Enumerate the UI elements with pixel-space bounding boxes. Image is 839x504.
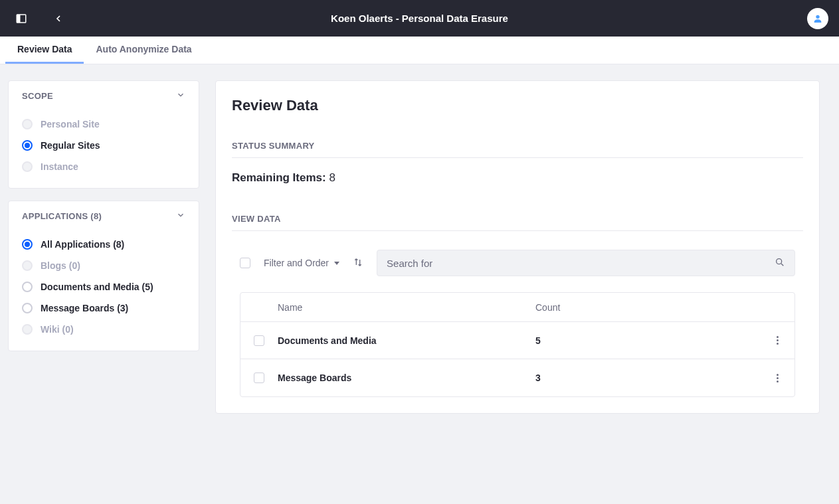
applications-item-blogs[interactable]: Blogs (0) [22, 255, 185, 276]
radio-icon [22, 239, 33, 250]
applications-item-all[interactable]: All Applications (8) [22, 234, 185, 255]
col-name-header: Name [278, 302, 535, 313]
radio-label: Wiki (0) [41, 324, 74, 335]
svg-point-2 [816, 15, 819, 18]
table-header: Name Count [240, 293, 794, 322]
search-input[interactable] [387, 258, 775, 269]
applications-item-documents[interactable]: Documents and Media (5) [22, 276, 185, 297]
topbar-right [807, 8, 828, 29]
scope-item-personal-site[interactable]: Personal Site [22, 114, 185, 135]
remaining-label: Remaining Items: [232, 171, 326, 184]
scope-panel-header[interactable]: SCOPE [9, 81, 199, 111]
filter-order-button[interactable]: Filter and Order [264, 258, 339, 268]
radio-icon [22, 119, 33, 129]
applications-title: APPLICATIONS (8) [22, 211, 102, 221]
remaining-items: Remaining Items: 8 [232, 171, 803, 185]
applications-item-wiki[interactable]: Wiki (0) [22, 319, 185, 340]
row-name: Documents and Media [278, 335, 535, 346]
caret-down-icon [334, 262, 339, 265]
radio-icon [22, 260, 33, 271]
tab-auto-anonymize[interactable]: Auto Anonymize Data [84, 37, 203, 64]
tabs: Review Data Auto Anonymize Data [0, 37, 839, 64]
sidebar-toggle-icon[interactable] [11, 8, 32, 29]
row-name: Message Boards [278, 373, 535, 383]
applications-panel: APPLICATIONS (8) All Applications (8) Bl… [8, 201, 199, 351]
toolbar: Filter and Order [240, 250, 795, 276]
kebab-icon[interactable] [774, 333, 781, 347]
back-icon[interactable] [48, 8, 69, 29]
radio-label: Personal Site [41, 119, 100, 129]
status-summary-title: STATUS SUMMARY [232, 141, 803, 158]
row-count: 3 [535, 373, 761, 383]
sort-icon[interactable] [353, 257, 363, 270]
svg-line-4 [781, 264, 783, 266]
main-heading: Review Data [232, 97, 803, 114]
tab-review-data[interactable]: Review Data [5, 37, 84, 64]
chevron-down-icon [176, 90, 185, 102]
radio-icon [22, 140, 33, 151]
row-actions [761, 371, 781, 385]
remaining-value: 8 [329, 171, 335, 184]
svg-point-3 [777, 258, 782, 264]
radio-label: All Applications (8) [41, 239, 124, 250]
radio-label: Instance [41, 161, 78, 172]
radio-label: Blogs (0) [41, 260, 80, 271]
data-table: Name Count Documents and Media 5 Message… [240, 292, 795, 397]
row-check [254, 373, 278, 383]
col-count-header: Count [535, 302, 761, 313]
topbar: Koen Olaerts - Personal Data Erasure [0, 0, 839, 37]
chevron-down-icon [176, 210, 185, 222]
row-checkbox[interactable] [254, 335, 264, 346]
row-check [254, 335, 278, 346]
radio-icon [22, 303, 33, 313]
row-count: 5 [535, 335, 761, 346]
select-all-checkbox[interactable] [240, 258, 250, 268]
applications-panel-header[interactable]: APPLICATIONS (8) [9, 201, 199, 231]
radio-icon [22, 324, 33, 335]
radio-label: Message Boards (3) [41, 303, 128, 313]
search-wrap [377, 250, 795, 276]
content: SCOPE Personal Site Regular Sites Instan… [0, 64, 839, 430]
avatar[interactable] [807, 8, 828, 29]
radio-icon [22, 161, 33, 172]
scope-item-regular-sites[interactable]: Regular Sites [22, 135, 185, 156]
view-data-title: VIEW DATA [232, 214, 803, 231]
radio-label: Regular Sites [41, 140, 100, 151]
row-checkbox[interactable] [254, 373, 264, 383]
scope-panel: SCOPE Personal Site Regular Sites Instan… [8, 80, 199, 189]
kebab-icon[interactable] [774, 371, 781, 385]
scope-item-instance[interactable]: Instance [22, 156, 185, 177]
applications-item-message-boards[interactable]: Message Boards (3) [22, 297, 185, 319]
scope-panel-body: Personal Site Regular Sites Instance [9, 111, 199, 188]
filter-label: Filter and Order [264, 258, 329, 268]
row-actions [761, 333, 781, 347]
main-card: Review Data STATUS SUMMARY Remaining Ite… [215, 80, 820, 414]
radio-label: Documents and Media (5) [41, 282, 153, 292]
page-title: Koen Olaerts - Personal Data Erasure [331, 13, 508, 24]
topbar-left [11, 8, 69, 29]
scope-title: SCOPE [22, 91, 53, 101]
applications-panel-body: All Applications (8) Blogs (0) Documents… [9, 231, 199, 351]
search-icon[interactable] [775, 257, 785, 270]
table-row: Documents and Media 5 [240, 322, 794, 359]
table-row: Message Boards 3 [240, 359, 794, 396]
radio-icon [22, 282, 33, 292]
svg-rect-1 [17, 15, 20, 23]
left-column: SCOPE Personal Site Regular Sites Instan… [8, 80, 199, 351]
